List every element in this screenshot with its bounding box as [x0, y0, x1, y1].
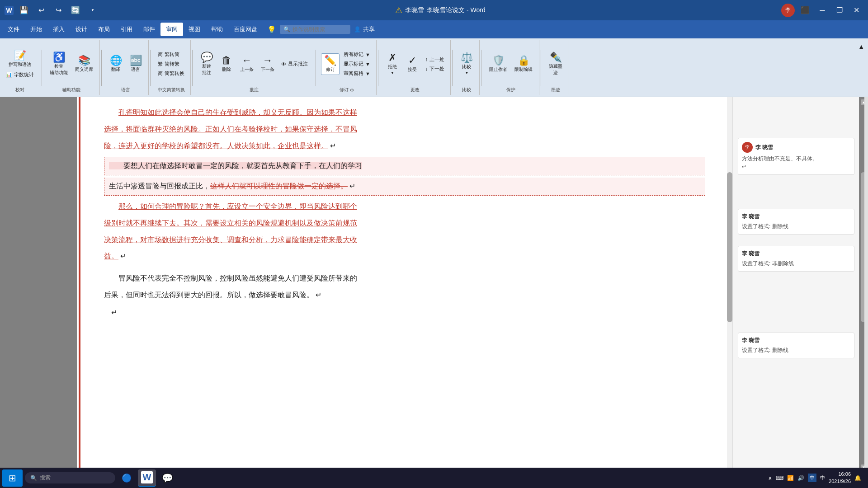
next-comment-btn[interactable]: → 下一条: [258, 54, 277, 75]
menu-review[interactable]: 审阅: [160, 23, 183, 36]
comment-4-author: 李 晓雪: [742, 337, 760, 344]
para2-indent-text: 要想人们在做选择时敢冒一定的风险，就要首先从教育下手，在人们的学习: [109, 162, 362, 169]
trad-to-simp-btn[interactable]: 繁 简转繁: [156, 60, 187, 68]
volume-icon[interactable]: 🔊: [797, 475, 804, 481]
hide-ink-btn[interactable]: ✒️ 隐藏墨迹: [546, 51, 565, 78]
accept-icon: ✓: [408, 56, 416, 66]
menu-references[interactable]: 引用: [115, 23, 138, 36]
document-title: 李晓雪论说文 - Word: [427, 6, 486, 14]
new-comment-btn[interactable]: 💬 新建批注: [198, 51, 216, 78]
menu-baidu[interactable]: 百度网盘: [228, 23, 263, 36]
review-pane-dropdown[interactable]: 审阅窗格 ▼: [341, 69, 373, 78]
delete-comment-btn[interactable]: 🗑 删除: [217, 54, 236, 75]
down-icon: ↓: [425, 66, 428, 71]
keyboard-icon[interactable]: ⌨: [776, 475, 783, 481]
prev-comment-btn[interactable]: ← 上一条: [237, 54, 256, 75]
revision-paragraph: 要想人们在做选择时敢冒一定的风险，就要首先从教育下手，在人们的学习: [104, 157, 705, 175]
tray-arrow[interactable]: ∧: [768, 475, 772, 481]
input-lang: 中: [820, 474, 825, 481]
tracking-settings-icon[interactable]: ⚙: [350, 88, 354, 93]
dropdown-icon: ▼: [365, 52, 370, 57]
word-taskbar-icon: W: [141, 471, 153, 483]
share-btn[interactable]: 👤 共享: [354, 25, 375, 33]
paragraph-4: 冒风险不代表完全不控制风险，控制风险虽然能避免人们遭受风险所带来的: [104, 272, 705, 285]
ribbon-display-btn[interactable]: ⬛: [798, 4, 812, 17]
menu-home[interactable]: 开始: [25, 23, 47, 36]
clock[interactable]: 16:06 2021/9/26: [829, 471, 851, 485]
menu-bar: 文件 开始 插入 设计 布局 引用 邮件 审阅 视图 帮助 百度网盘 💡 🔍 👤…: [0, 20, 868, 38]
lightbulb-icon: 💡: [267, 25, 276, 34]
wordcount-icon: 📊: [6, 72, 12, 78]
comment-1-author: 李 晓雪: [755, 144, 773, 151]
accept-btn[interactable]: ✓ 接受: [403, 54, 421, 75]
menu-view[interactable]: 视图: [183, 23, 206, 36]
minimize-btn[interactable]: ─: [816, 4, 829, 17]
document-area[interactable]: 孔雀明知如此选择会使自己的生存受到威胁，却义无反顾。因为如果不这样 选择，将面临…: [77, 97, 732, 472]
tracking-content: ✏️ 修订 所有标记 ▼ 显示标记 ▼ 审阅窗格 ▼: [321, 41, 373, 87]
thesaurus-btn[interactable]: 📚 同义词库: [72, 54, 96, 75]
reject-btn[interactable]: ✗ 拒绝 ▼: [383, 51, 401, 77]
comment-3-header: 李 晓雪: [742, 250, 850, 258]
comment-2-text: 设置了格式: 删除线: [742, 222, 850, 230]
para2-normal-text: 生活中渗透冒险与回报成正比，: [109, 182, 210, 190]
spelling-grammar-btn[interactable]: 📝 拼写和语法: [4, 49, 36, 70]
collapse-ribbon-btn[interactable]: ▲: [855, 41, 867, 52]
network-icon[interactable]: 📶: [787, 475, 794, 481]
ime-icon[interactable]: 中: [808, 474, 816, 482]
start-button[interactable]: ⊞: [2, 469, 23, 487]
notification-btn[interactable]: 🔔: [854, 475, 861, 481]
menu-design[interactable]: 设计: [70, 23, 93, 36]
close-btn[interactable]: ✕: [850, 4, 863, 17]
restore-btn[interactable]: ❐: [833, 4, 846, 17]
menu-file[interactable]: 文件: [2, 23, 25, 36]
simp-to-trad-btn[interactable]: 简 繁转简: [156, 50, 187, 59]
right-margin-scroll[interactable]: ▲ ▼: [859, 97, 868, 472]
convert-btn[interactable]: 简 简繁转换: [156, 69, 187, 78]
language-btn[interactable]: 🔤 语言: [127, 54, 145, 75]
compare-content: ⚖️ 比较 ▼: [458, 41, 476, 87]
taskbar-wechat[interactable]: 💬: [158, 469, 176, 487]
comment-3-text: 设置了格式: 非删除线: [742, 259, 850, 267]
translate-btn[interactable]: 🌐 翻译: [107, 54, 125, 75]
operation-search-input[interactable]: [292, 26, 347, 33]
track-changes-btn[interactable]: ✏️ 修订: [321, 53, 340, 75]
taskbar-search[interactable]: 🔍 搜索: [25, 472, 115, 483]
next-icon: →: [263, 56, 273, 66]
prev-next-group: ↑ 上一处 ↓ 下一处: [423, 55, 447, 73]
menu-help[interactable]: 帮助: [206, 23, 228, 36]
quick-access-dropdown[interactable]: ▼: [86, 4, 99, 17]
show-markup-dropdown[interactable]: 显示标记 ▼: [341, 60, 373, 68]
left-margin: [0, 97, 77, 472]
quick-save-btn[interactable]: 💾: [17, 4, 31, 17]
menu-layout[interactable]: 布局: [93, 23, 115, 36]
next-change-btn[interactable]: ↓ 下一处: [423, 65, 447, 73]
block-authors-btn[interactable]: 🛡️ 阻止作者: [486, 54, 510, 75]
warning-icon: ⚠: [395, 5, 402, 15]
accessibility-content: ♿ 检查辅助功能 📚 同义词库: [47, 41, 96, 87]
menu-mailings[interactable]: 邮件: [138, 23, 160, 36]
document-scrollbar[interactable]: [727, 97, 732, 472]
changes-label: 更改: [410, 87, 420, 94]
word-count-btn[interactable]: 📊 字数统计: [4, 70, 36, 79]
comment-3: 李 晓雪 设置了格式: 非删除线: [738, 246, 854, 272]
all-markup-dropdown[interactable]: 所有标记 ▼: [341, 50, 373, 59]
ribbon-group-comments: 💬 新建批注 🗑 删除 ← 上一条 → 下一条 👁 显示批注: [194, 40, 314, 95]
menu-insert[interactable]: 插入: [47, 23, 70, 36]
undo-btn[interactable]: ↩: [34, 4, 48, 17]
compare-btn[interactable]: ⚖️ 比较 ▼: [458, 51, 476, 77]
proofing-content: 📝 拼写和语法 📊 字数统计: [4, 41, 36, 87]
check-accessibility-btn[interactable]: ♿ 检查辅助功能: [47, 51, 71, 78]
compare-label: 比较: [462, 87, 471, 94]
prev-change-btn[interactable]: ↑ 上一处: [423, 55, 447, 64]
cortana-icon: 🔵: [122, 473, 132, 483]
autosave-btn[interactable]: 🔄: [69, 4, 82, 17]
redo-btn[interactable]: ↪: [52, 4, 65, 17]
taskbar-cortana[interactable]: 🔵: [118, 469, 136, 487]
convert-icon: 简: [158, 70, 163, 77]
restrict-edit-btn[interactable]: 🔒 限制编辑: [512, 54, 535, 75]
user-avatar[interactable]: 李: [781, 4, 795, 17]
show-comments-btn[interactable]: 👁 显示批注: [279, 60, 310, 68]
taskbar-word-app[interactable]: W: [138, 469, 156, 487]
scrollbar-thumb[interactable]: [727, 172, 732, 322]
comment-4: 李 晓雪 设置了格式: 删除线: [738, 333, 854, 358]
